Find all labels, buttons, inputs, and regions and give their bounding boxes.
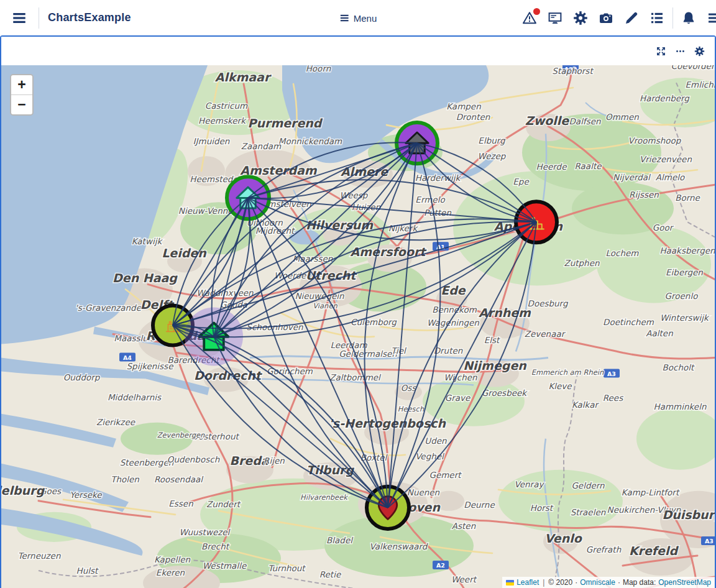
map-place-label: Zaandam (241, 141, 282, 151)
list-button[interactable] (647, 8, 667, 28)
map-place-label: Rijen (264, 456, 285, 466)
map-place-label: Coevorden (671, 65, 715, 71)
map-attribution: Leaflet | © 2020 · Omniscale · Map data:… (502, 577, 715, 588)
map-place-label: Dronten (456, 112, 490, 122)
menu-button[interactable]: Menu (339, 12, 377, 23)
map-place-label: Zundert (206, 499, 241, 509)
map-place-label: Groenlo (665, 291, 699, 301)
topbar-action-icons (520, 7, 716, 29)
map-place-label: Krefeld (629, 544, 679, 558)
edit-pencil-button[interactable] (622, 8, 641, 28)
settings-gear-icon (573, 11, 588, 25)
map-place-label: Roosendaal (154, 474, 204, 484)
map-place-label: Deurne (464, 500, 495, 510)
camera-icon (599, 11, 613, 25)
map-place-label: IJmuiden (193, 136, 230, 146)
map-place-label: Elst (484, 335, 500, 345)
ukraine-flag-icon (506, 580, 514, 586)
map-place-label: Kamp-Lintfort (622, 487, 680, 497)
map-place-label: Turnhout (268, 563, 306, 573)
motorway-badge: A3 (701, 536, 715, 545)
zoom-in-button[interactable]: + (11, 75, 32, 95)
map-place-label: Zierikzee (96, 417, 136, 427)
map-place-label: Haaksbergen (659, 246, 715, 255)
map-place-label: Terneuzen (18, 551, 61, 561)
map-place-label: Kapellen (154, 554, 191, 564)
edit-pencil-icon (624, 11, 639, 25)
map-place-label: Doesburg (528, 298, 569, 308)
map-place-label: Gemert (429, 470, 462, 480)
openstreetmap-link[interactable]: OpenStreetMap (658, 578, 711, 587)
map-place-label: Zutphen (564, 258, 599, 268)
map-zoom-control: + − (10, 74, 34, 116)
map-place-label: Hilvarenbeek (300, 493, 349, 502)
topbar-divider (39, 7, 39, 29)
more-ellipsis-button[interactable] (672, 44, 688, 59)
map-place-label: Retie (319, 569, 342, 579)
map-place-label: Bladel (326, 535, 354, 545)
map-place-label: Raalte (575, 161, 603, 171)
attribution-dot2: · (618, 578, 620, 587)
map-place-label: Borne (675, 193, 700, 203)
map-place-label: Wuustwezel (180, 527, 231, 537)
map-place-label: Hamminkeln (654, 402, 707, 411)
map-place-label: Nijverdal (613, 172, 651, 182)
map-place-label: Kalkar (572, 400, 599, 410)
map-place-label: Monnickendam (278, 136, 342, 146)
leaflet-link[interactable]: Leaflet (516, 578, 539, 587)
panel-toolbar (1, 37, 715, 65)
map-place-label: Castricum (205, 101, 248, 111)
notification-bell-button[interactable] (679, 8, 699, 28)
map-place-label: Westmalle (203, 561, 247, 571)
map-place-label: Den Haag (112, 271, 178, 285)
map-place-label: Epe (513, 177, 530, 186)
zoom-out-button[interactable]: − (11, 95, 32, 114)
omniscale-link[interactable]: Omniscale (580, 578, 615, 587)
map-place-label: Druten (434, 346, 463, 356)
map-place-label: Purmerend (248, 116, 323, 130)
map-place-label: Zwolle (525, 114, 569, 127)
camera-button[interactable] (596, 8, 616, 28)
svg-text:A3: A3 (607, 370, 616, 377)
panel-settings-gear-button[interactable] (692, 44, 707, 59)
map-place-label: Horst (530, 503, 554, 513)
map-place-label: Doetinchem (603, 317, 654, 327)
map-place-label: Heemskerk (198, 116, 247, 126)
map-place-label: Zevenaar (525, 329, 566, 339)
map-place-label: Wijchen (444, 372, 477, 382)
more-menu-button[interactable] (704, 8, 716, 28)
map-place-label: Duisburg (662, 508, 715, 522)
map-place-label: Geldern (571, 480, 605, 490)
motorway-badge: A4 (119, 353, 135, 362)
map-place-label: Wezep (478, 151, 507, 161)
svg-text:A3: A3 (705, 538, 714, 544)
display-monitor-icon (548, 11, 562, 25)
map-place-label: Eibergen (666, 267, 703, 277)
attribution-mapdata-label: Map data: (623, 578, 656, 587)
map-place-label: Dalfsen (569, 116, 600, 126)
attribution-copyright: © 2020 (548, 578, 572, 587)
map-place-label: Weert (451, 574, 477, 584)
map-place-label: Groesbeek (482, 388, 528, 398)
map-place-label: Emmerich am Rhein (531, 368, 604, 377)
display-monitor-button[interactable] (545, 8, 565, 28)
map-place-label: Weesp (340, 190, 369, 200)
map-place-label: Vriezenveen (640, 154, 692, 164)
map-place-label: Rees (603, 393, 623, 403)
map-place-label: Brecht (201, 541, 230, 551)
map-place-label: Heerde (536, 162, 568, 172)
settings-gear-button[interactable] (571, 8, 590, 28)
map-place-label: Oss (401, 383, 417, 393)
map-place-label: Ommen (605, 112, 639, 122)
sidebar-toggle-button[interactable] (9, 7, 30, 29)
map-container[interactable]: A28A1A4A3A2A3 AlkmaarHoornStaphorstCoevo… (1, 65, 715, 588)
map-place-label: Essen (168, 498, 193, 508)
map-place-label: Venray (515, 479, 545, 489)
map-canvas: A28A1A4A3A2A3 AlkmaarHoornStaphorstCoevo… (1, 65, 715, 588)
alert-warning-button[interactable] (520, 8, 539, 28)
panel-settings-gear-icon (694, 46, 705, 57)
svg-text:A2: A2 (436, 562, 445, 569)
more-ellipsis-icon (675, 46, 686, 57)
expand-fullscreen-button[interactable] (653, 44, 669, 59)
map-place-label: 's-Gravenzande (75, 303, 142, 313)
